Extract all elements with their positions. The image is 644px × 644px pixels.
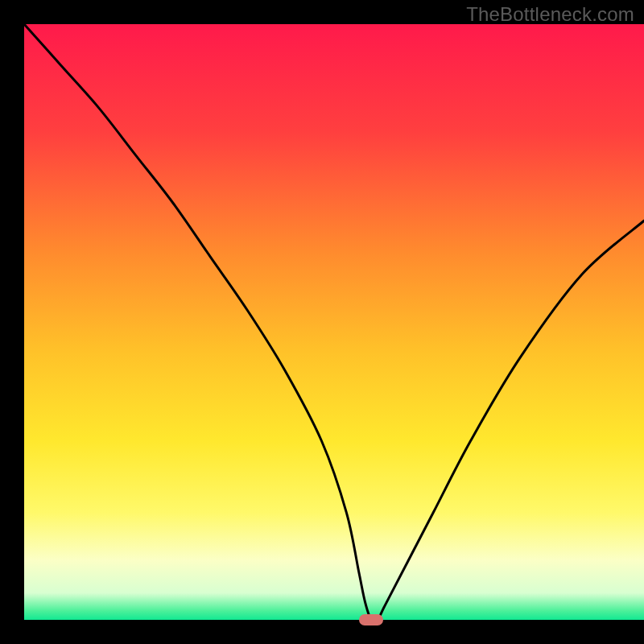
optimal-point-marker <box>359 614 383 625</box>
chart-frame: TheBottleneck.com <box>0 0 644 644</box>
plot-background <box>24 24 644 620</box>
watermark-text: TheBottleneck.com <box>466 3 634 26</box>
bottleneck-chart <box>0 0 644 644</box>
